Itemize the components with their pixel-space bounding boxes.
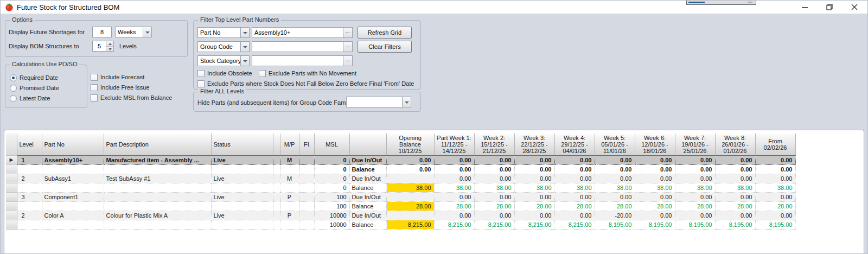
cell-value[interactable]: 0.00 <box>554 164 595 174</box>
cell-row_type[interactable]: Due In/Out <box>349 192 386 201</box>
cell-value[interactable]: 38.00 <box>514 183 554 192</box>
cell-row_type[interactable]: Balance <box>349 201 386 211</box>
cell-value[interactable]: 28.00 <box>755 201 795 211</box>
cell-level[interactable] <box>17 183 42 192</box>
week-column-header[interactable]: Week 7:19/01/26 -25/01/26 <box>675 134 715 155</box>
cell-row_type[interactable]: Due In/Out <box>349 174 386 183</box>
column-header[interactable]: Part Description <box>104 134 211 155</box>
cell-msl[interactable]: 10000 <box>314 211 349 220</box>
cell-status[interactable] <box>211 183 273 192</box>
week-column-header[interactable]: Week 2:15/12/25 -21/12/25 <box>474 134 514 155</box>
cell-status[interactable]: Live <box>211 192 273 201</box>
cell-mp[interactable]: M <box>280 155 299 164</box>
cell-value[interactable]: 0.00 <box>474 164 514 174</box>
cell-value[interactable]: 0.00 <box>715 164 755 174</box>
cell-value[interactable]: 0.00 <box>474 211 514 220</box>
cell-value[interactable]: 0.00 <box>514 155 554 164</box>
chevron-down-icon[interactable] <box>402 97 411 107</box>
cell-value[interactable]: 0.00 <box>514 174 554 183</box>
checkbox-exclude-no-movement[interactable]: Exclude Parts with No Movement <box>259 69 356 77</box>
cell-value[interactable]: 0.00 <box>715 192 755 201</box>
week-column-header[interactable]: Week 5:05/01/26 -11/01/26 <box>595 134 635 155</box>
row-selector[interactable] <box>6 192 17 201</box>
cell-fi[interactable] <box>299 211 314 220</box>
column-header[interactable]: FI <box>299 134 314 155</box>
row-selector[interactable] <box>6 164 17 174</box>
cell-status[interactable]: Live <box>211 174 273 183</box>
cell-part_no[interactable]: Color A <box>42 211 104 220</box>
shortages-weeks-input[interactable]: 8 <box>92 27 112 37</box>
cell-value[interactable]: 28.00 <box>434 201 474 211</box>
cell-value[interactable]: 0.00 <box>554 174 595 183</box>
cell-value[interactable]: 8,215.00 <box>554 220 595 229</box>
cell-value[interactable]: 0.00 <box>755 155 795 164</box>
cell-desc[interactable] <box>104 220 211 229</box>
cell-value[interactable]: 0.00 <box>715 211 755 220</box>
cell-mp[interactable]: M <box>280 174 299 183</box>
cell-fi[interactable] <box>299 183 314 192</box>
cell-value[interactable]: 0.00 <box>635 174 675 183</box>
cell-part_no[interactable]: Assembly10+ <box>42 155 104 164</box>
cell-value[interactable]: 0.00 <box>434 192 474 201</box>
cell-level[interactable]: 2 <box>17 174 42 183</box>
week-column-header[interactable]: Part Week 1:11/12/25 -14/12/25 <box>434 134 474 155</box>
refresh-grid-button[interactable]: Refresh Grid <box>358 27 412 39</box>
cell-mp[interactable] <box>280 220 299 229</box>
cell-value[interactable] <box>386 192 434 201</box>
cell-value[interactable]: 38.00 <box>434 183 474 192</box>
row-selector[interactable] <box>6 201 17 211</box>
cell-fi[interactable] <box>299 174 314 183</box>
cell-value[interactable]: 0.00 <box>434 174 474 183</box>
grid-row[interactable]: 0Balance0.000.000.000.000.000.000.000.00… <box>6 164 860 174</box>
grid-row[interactable]: 2Color AColour for Plastic Mix ALiveP100… <box>6 211 860 220</box>
cell-value[interactable]: 28.00 <box>715 201 755 211</box>
cell-value[interactable]: 0.00 <box>554 211 595 220</box>
cell-value[interactable]: 0.00 <box>635 164 675 174</box>
cell-value[interactable]: 0.00 <box>675 211 715 220</box>
cell-value[interactable]: 0.00 <box>434 211 474 220</box>
cell-value[interactable]: 0.00 <box>386 164 434 174</box>
cell-value[interactable]: 0.00 <box>715 174 755 183</box>
stepper-up-icon[interactable] <box>106 41 113 47</box>
cell-desc[interactable] <box>104 201 211 211</box>
cell-sp[interactable] <box>273 183 280 192</box>
week-column-header[interactable]: Week 6:12/01/26 -18/01/26 <box>635 134 675 155</box>
cell-value[interactable]: 0.00 <box>474 192 514 201</box>
cell-status[interactable]: Live <box>211 211 273 220</box>
bom-levels-input[interactable]: 5 <box>92 41 114 52</box>
column-header[interactable] <box>349 134 386 155</box>
close-button[interactable] <box>842 1 867 14</box>
cell-value[interactable]: 28.00 <box>635 201 675 211</box>
cell-value[interactable]: 0.00 <box>474 155 514 164</box>
grid-row[interactable]: 3Component1LiveP100Due In/Out0.000.000.0… <box>6 192 860 201</box>
cell-value[interactable]: 38.00 <box>755 183 795 192</box>
grid-row[interactable]: 10000Balance8,215.008,215.008,215.008,21… <box>6 220 860 229</box>
cell-sp[interactable] <box>273 211 280 220</box>
column-header[interactable]: Status <box>211 134 273 155</box>
cell-value[interactable]: 0.00 <box>755 174 795 183</box>
cell-level[interactable]: 1 <box>17 155 42 164</box>
cell-value[interactable]: 0.00 <box>755 164 795 174</box>
cell-row_type[interactable]: Due In/Out <box>349 155 386 164</box>
cell-fi[interactable] <box>299 220 314 229</box>
cell-mp[interactable] <box>280 164 299 174</box>
cell-msl[interactable]: 100 <box>314 192 349 201</box>
cell-value[interactable]: 8,195.00 <box>635 220 675 229</box>
bom-levels-stepper[interactable] <box>106 41 113 51</box>
row-selector[interactable] <box>6 220 17 229</box>
column-header[interactable] <box>273 134 280 155</box>
week-column-header[interactable]: OpeningBalance10/12/25 <box>386 134 434 155</box>
cell-value[interactable]: 8,195.00 <box>595 220 635 229</box>
column-header[interactable]: Level <box>17 134 42 155</box>
cell-sp[interactable] <box>273 164 280 174</box>
cell-value[interactable]: 0.00 <box>675 174 715 183</box>
radio-promised-date[interactable]: Promised Date <box>10 84 59 92</box>
grid-row[interactable]: 0Balance38.0038.0038.0038.0038.0038.0038… <box>6 183 860 192</box>
week-column-header[interactable]: Week 3:22/12/25 -28/12/25 <box>514 134 554 155</box>
group-code-family-dropdown[interactable] <box>346 97 411 107</box>
column-header[interactable]: Part No <box>42 134 104 155</box>
ellipsis-button[interactable]: ... <box>343 28 352 37</box>
cell-value[interactable]: 0.00 <box>675 164 715 174</box>
cell-value[interactable]: 0.00 <box>434 155 474 164</box>
restore-button[interactable] <box>817 1 842 14</box>
